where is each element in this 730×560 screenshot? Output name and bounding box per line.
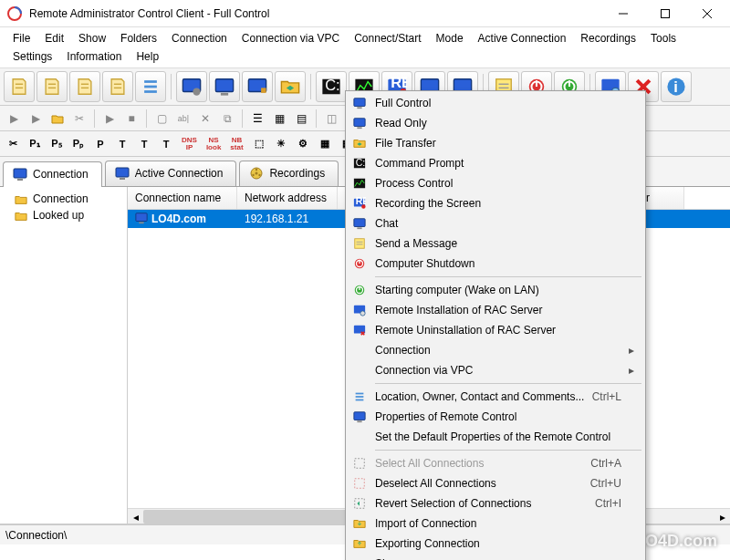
tool3-button-3[interactable]: Pₚ	[69, 135, 88, 153]
menu-item-label: Connection	[375, 344, 629, 357]
menu-connection[interactable]: Connection	[164, 29, 235, 47]
tab-label: Connection	[33, 168, 89, 181]
toolbar-scroll-mag-button[interactable]	[69, 71, 100, 102]
tree-node-looked-up[interactable]: Looked up	[2, 207, 125, 223]
grid-view-button[interactable]: ▦	[269, 109, 289, 129]
layout1-button[interactable]: ◫	[321, 109, 341, 129]
menu-connect/start[interactable]: Connect/Start	[347, 29, 428, 47]
menu-item-full-control[interactable]: Full Control	[348, 93, 643, 113]
menu-item-label: Select All Connections	[375, 457, 590, 470]
menu-item-connection[interactable]: Connection▸	[348, 340, 643, 360]
menu-item-show[interactable]: Show▸	[348, 554, 643, 560]
play-button[interactable]: ▶	[4, 109, 24, 129]
open-button[interactable]	[47, 109, 68, 129]
menu-recordings[interactable]: Recordings	[573, 29, 643, 47]
menu-item-deselect-all-connections[interactable]: Deselect All ConnectionsCtrl+U	[348, 473, 643, 493]
toolbar-list-button[interactable]	[135, 71, 166, 102]
menu-item-import-of-connection[interactable]: Import of Connection	[348, 513, 643, 534]
tool3-button-1[interactable]: P₁	[26, 135, 44, 153]
menu-item-starting-computer-wake-on-lan[interactable]: Starting computer (Wake on LAN)	[348, 280, 643, 300]
tool3-button-6[interactable]: T	[135, 135, 153, 153]
tool3-button-14[interactable]: ▦	[316, 135, 334, 153]
toolbar-folder-arrows-button[interactable]	[275, 71, 306, 102]
menu-item-send-a-message[interactable]: Send a Message	[348, 233, 643, 254]
rename-button[interactable]: ab|	[173, 109, 193, 129]
menu-item-process-control[interactable]: Process Control	[348, 173, 643, 193]
cut-button[interactable]: ✂	[69, 109, 89, 129]
tool3-button-7[interactable]: T	[157, 135, 175, 153]
menu-settings[interactable]: Settings	[5, 47, 59, 66]
svg-text:REC: REC	[391, 77, 407, 90]
stop-button[interactable]: ■	[121, 109, 141, 129]
play2-button[interactable]: ▶	[99, 109, 120, 129]
menu-item-file-transfer[interactable]: File Transfer	[348, 133, 643, 153]
toolbar-scroll-search-button[interactable]	[102, 71, 133, 102]
maximize-button[interactable]	[644, 0, 686, 27]
tool3-button-10[interactable]: NBstat	[227, 135, 245, 153]
menu-folders[interactable]: Folders	[113, 29, 164, 47]
submenu-arrow: ▸	[629, 364, 638, 377]
table-view-button[interactable]: ▤	[291, 109, 311, 129]
menu-item-connection-via-vpc[interactable]: Connection via VPC▸	[348, 360, 643, 380]
folder-tree[interactable]: ConnectionLooked up	[0, 187, 128, 524]
menu-item-revert-selection-of-connections[interactable]: Revert Selection of ConnectionsCtrl+I	[348, 493, 643, 513]
play-back-button[interactable]: ▶	[26, 109, 46, 129]
menu-information[interactable]: Information	[59, 47, 129, 66]
new-doc-button[interactable]: ▢	[151, 109, 172, 129]
scroll-right-button[interactable]: ▸	[714, 509, 730, 524]
menu-help[interactable]: Help	[129, 47, 166, 66]
menu-tools[interactable]: Tools	[643, 29, 683, 47]
menu-item-exporting-connection[interactable]: Exporting Connection	[348, 534, 643, 554]
menu-item-chat[interactable]: Chat	[348, 213, 643, 233]
list-view-button[interactable]: ☰	[247, 109, 267, 129]
menu-item-remote-installation-of-rac-server[interactable]: Remote Installation of RAC Server	[348, 300, 643, 320]
column-header[interactable]: Connection name	[128, 187, 237, 209]
toolbar-info-button[interactable]: i	[661, 71, 692, 102]
menu-item-label: Read Only	[375, 117, 629, 130]
toolbar-scroll-plus-button[interactable]	[36, 71, 68, 102]
menu-item-recording-the-screen[interactable]: RECRecording the Screen	[348, 193, 643, 213]
tool3-button-4[interactable]: P	[91, 135, 110, 153]
tool3-button-11[interactable]: ⬚	[250, 135, 268, 153]
tab-recordings[interactable]: Recordings	[239, 161, 339, 186]
scroll-left-button[interactable]: ◂	[128, 509, 143, 524]
toolbar-monitor-stop-button[interactable]	[242, 71, 273, 102]
tool3-button-12[interactable]: ☀	[272, 135, 290, 153]
tool3-button-2[interactable]: P₅	[47, 135, 66, 153]
tree-node-connection[interactable]: Connection	[2, 191, 125, 207]
column-header[interactable]: Network address	[237, 187, 338, 209]
copy-button[interactable]: ⧉	[217, 109, 237, 129]
tool3-button-13[interactable]: ⚙	[294, 135, 312, 153]
svg-point-54	[259, 174, 261, 176]
menu-separator	[375, 383, 641, 384]
menu-connection-via-vpc[interactable]: Connection via VPC	[235, 29, 347, 47]
tool3-button-5[interactable]: T	[113, 135, 131, 153]
import-icon	[351, 516, 368, 531]
tab-connection[interactable]: Connection	[3, 161, 102, 187]
minimize-button[interactable]	[602, 0, 644, 27]
menu-item-command-prompt[interactable]: C:\Command Prompt	[348, 153, 643, 173]
menu-active-connection[interactable]: Active Connection	[471, 29, 574, 47]
menu-item-remote-uninstallation-of-rac-server[interactable]: Remote Uninstallation of RAC Server	[348, 320, 643, 340]
toolbar-monitor-button[interactable]	[209, 71, 240, 102]
menu-item-properties-of-remote-control[interactable]: Properties of Remote Control	[348, 407, 643, 427]
menu-edit[interactable]: Edit	[37, 29, 71, 47]
menu-show[interactable]: Show	[71, 29, 113, 47]
toolbar-scroll-button[interactable]	[4, 71, 35, 102]
shortcut: Ctrl+U	[590, 477, 621, 490]
tab-active-connection[interactable]: Active Connection	[105, 161, 237, 186]
toolbar-cmd-button[interactable]: C:\	[316, 71, 347, 102]
toolbar-monitor-gear-button[interactable]	[176, 71, 207, 102]
menu-item-computer-shutdown[interactable]: Computer Shutdown	[348, 254, 643, 274]
close-button[interactable]	[686, 0, 728, 27]
tool3-button-8[interactable]: DNSIP	[179, 135, 200, 153]
menu-mode[interactable]: Mode	[429, 29, 471, 47]
delete-button[interactable]: ✕	[195, 109, 215, 129]
menu-item-read-only[interactable]: Read Only	[348, 113, 643, 133]
reel-icon	[249, 166, 264, 181]
menu-file[interactable]: File	[5, 29, 37, 47]
menu-item-set-the-default-properties-of-the-remote-control[interactable]: Set the Default Properties of the Remote…	[348, 427, 643, 447]
menu-item-location-owner-contact-and-comments[interactable]: Location, Owner, Contact and Comments...…	[348, 387, 643, 407]
tool3-button-9[interactable]: NSlook	[203, 135, 224, 153]
tool3-button-0[interactable]: ✂	[4, 135, 22, 153]
